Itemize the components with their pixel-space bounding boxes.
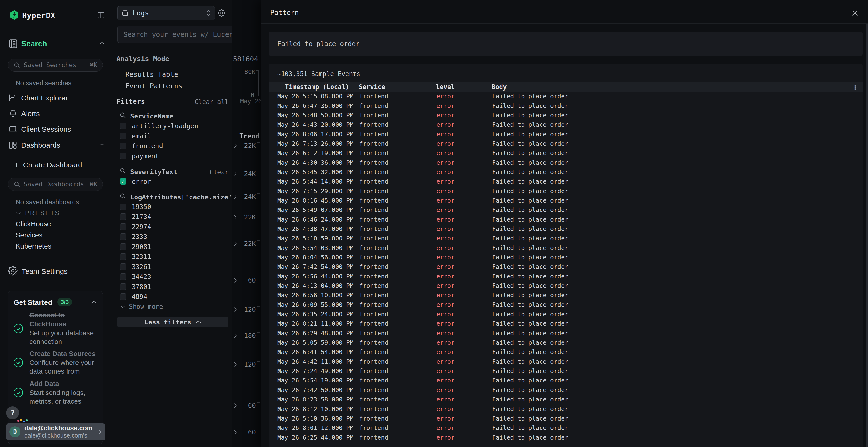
pattern-trend-row[interactable]: 120 [232, 360, 261, 369]
source-select[interactable]: Logs [117, 6, 215, 20]
row-expand-chevron-icon[interactable] [269, 293, 277, 298]
event-row[interactable]: May 26 6:41:54.000 PMfrontenderrorFailed… [269, 347, 863, 357]
event-row[interactable]: May 26 6:47:36.000 PMfrontenderrorFailed… [269, 101, 863, 110]
event-row[interactable]: May 26 5:44:14.000 PMfrontenderrorFailed… [269, 177, 863, 186]
chevron-right-icon[interactable] [234, 277, 237, 283]
sidebar-item-team-settings[interactable]: Team Settings [22, 267, 67, 276]
row-expand-chevron-icon[interactable] [269, 416, 277, 421]
filter-value-service[interactable]: frontend [120, 142, 163, 150]
sidebar-preset-kubernetes[interactable]: Kubernetes [16, 242, 51, 250]
row-expand-chevron-icon[interactable] [269, 207, 277, 213]
chevron-right-icon[interactable] [234, 362, 237, 367]
chevron-right-icon[interactable] [234, 429, 237, 435]
pattern-trend-row[interactable]: 60 [232, 402, 261, 410]
checkbox-unchecked[interactable] [120, 233, 126, 240]
get-started-item[interactable]: Create Data SourcesConfigure where your … [13, 349, 97, 376]
filter-value-cache[interactable]: 21734 [120, 213, 151, 221]
row-expand-chevron-icon[interactable] [269, 236, 277, 241]
row-expand-chevron-icon[interactable] [269, 378, 277, 383]
row-expand-chevron-icon[interactable] [269, 245, 277, 250]
get-started-item[interactable]: Add DataStart sending logs, metrics, or … [13, 380, 97, 406]
event-row[interactable]: May 26 5:10:36.000 PMfrontenderrorFailed… [269, 414, 863, 423]
row-expand-chevron-icon[interactable] [269, 312, 277, 317]
row-expand-chevron-icon[interactable] [269, 302, 277, 307]
row-expand-chevron-icon[interactable] [269, 198, 277, 203]
pattern-trend-row[interactable]: 24K [232, 193, 261, 201]
col-level[interactable]: level [436, 83, 455, 91]
checkbox-unchecked[interactable] [120, 123, 126, 129]
row-expand-chevron-icon[interactable] [269, 321, 277, 326]
chevron-up-icon[interactable] [91, 300, 97, 304]
filter-group-cache-size[interactable]: LogAttributes['cache.size'] [130, 194, 236, 201]
event-row[interactable]: May 26 8:06:17.000 PMfrontenderrorFailed… [269, 129, 863, 139]
col-service[interactable]: Service [359, 83, 385, 91]
event-row[interactable]: May 26 6:29:48.000 PMfrontenderrorFailed… [269, 329, 863, 338]
checkbox-unchecked[interactable] [120, 204, 126, 210]
sidebar-item-search[interactable]: Search [21, 39, 47, 48]
event-row[interactable]: May 26 4:43:20.000 PMfrontenderrorFailed… [269, 120, 863, 129]
event-row[interactable]: May 26 5:54:03.000 PMfrontenderrorFailed… [269, 243, 863, 253]
close-icon[interactable] [850, 9, 860, 18]
event-row[interactable]: May 26 8:21:11.000 PMfrontenderrorFailed… [269, 319, 863, 328]
less-filters-button[interactable]: Less filters [117, 317, 228, 327]
checkbox-unchecked[interactable] [120, 264, 126, 270]
filter-value-cache[interactable]: 4894 [120, 293, 147, 301]
row-expand-chevron-icon[interactable] [269, 274, 277, 279]
checkbox-unchecked[interactable] [120, 213, 126, 220]
table-options-icon[interactable]: ⋮ [852, 83, 858, 91]
row-expand-chevron-icon[interactable] [269, 179, 277, 184]
sidebar-item-alerts[interactable]: Alerts [21, 110, 40, 118]
event-row[interactable]: May 26 6:09:55.000 PMfrontenderrorFailed… [269, 300, 863, 309]
filter-value-service[interactable]: artillery-loadgen [120, 122, 198, 130]
event-row[interactable]: May 26 5:56:44.000 PMfrontenderrorFailed… [269, 272, 863, 281]
event-row[interactable]: May 26 7:24:49.000 PMfrontenderrorFailed… [269, 366, 863, 376]
checkbox-unchecked[interactable] [120, 224, 126, 230]
checkbox-unchecked[interactable] [120, 283, 126, 290]
presets-toggle[interactable]: PRESETS [16, 209, 60, 216]
filter-value-cache[interactable]: 34423 [120, 273, 151, 281]
chevron-right-icon[interactable] [234, 214, 237, 220]
filter-value-service[interactable]: payment [120, 152, 159, 160]
pattern-trend-row[interactable]: 120 [232, 306, 261, 314]
filter-value-cache[interactable]: 33261 [120, 263, 151, 271]
checkbox-unchecked[interactable] [120, 143, 126, 149]
event-row[interactable]: May 26 6:12:19.000 PMfrontenderrorFailed… [269, 148, 863, 158]
saved-searches-input[interactable]: Saved Searches ⌘K [8, 59, 103, 72]
event-row[interactable]: May 26 5:49:07.000 PMfrontenderrorFailed… [269, 205, 863, 215]
mode-results-table[interactable]: Results Table [125, 71, 178, 78]
event-row[interactable]: May 26 5:45:32.000 PMfrontenderrorFailed… [269, 167, 863, 177]
row-expand-chevron-icon[interactable] [269, 103, 277, 108]
row-expand-chevron-icon[interactable] [269, 406, 277, 412]
row-expand-chevron-icon[interactable] [269, 349, 277, 355]
create-dashboard-button[interactable]: +Create Dashboard [14, 161, 82, 169]
event-row[interactable]: May 26 4:13:04.000 PMfrontenderrorFailed… [269, 281, 863, 290]
event-row[interactable]: May 26 4:42:11.000 PMfrontenderrorFailed… [269, 357, 863, 366]
pattern-trend-row[interactable]: 60 [232, 428, 261, 437]
row-expand-chevron-icon[interactable] [269, 112, 277, 118]
chevron-up-icon[interactable] [99, 143, 105, 146]
severity-clear-button[interactable]: Clear [210, 169, 228, 176]
sidebar-item-chart-explorer[interactable]: Chart Explorer [21, 94, 68, 102]
row-expand-chevron-icon[interactable] [269, 331, 277, 336]
pattern-trend-row[interactable]: 24K [232, 170, 261, 178]
row-expand-chevron-icon[interactable] [269, 369, 277, 374]
event-row[interactable]: May 26 5:10:59.000 PMfrontenderrorFailed… [269, 234, 863, 243]
filter-value-cache[interactable]: 2333 [120, 233, 147, 241]
event-row[interactable]: May 26 6:56:10.000 PMfrontenderrorFailed… [269, 290, 863, 300]
event-row[interactable]: May 26 8:12:10.000 PMfrontenderrorFailed… [269, 404, 863, 414]
event-row[interactable]: May 26 7:15:29.000 PMfrontenderrorFailed… [269, 186, 863, 196]
row-expand-chevron-icon[interactable] [269, 94, 277, 99]
get-started-item[interactable]: Connect to ClickHouseSet up your databas… [13, 311, 97, 346]
filter-value-cache[interactable]: 22974 [120, 222, 151, 231]
row-expand-chevron-icon[interactable] [269, 188, 277, 194]
row-expand-chevron-icon[interactable] [269, 150, 277, 156]
show-more-button[interactable]: Show more [120, 303, 163, 310]
row-expand-chevron-icon[interactable] [269, 122, 277, 128]
event-row[interactable]: May 26 5:48:50.000 PMfrontenderrorFailed… [269, 110, 863, 120]
pattern-trend-row[interactable]: 60 [232, 276, 261, 285]
filter-value-service[interactable]: email [120, 132, 151, 140]
filter-value-severity[interactable]: ✓error [120, 177, 151, 185]
row-expand-chevron-icon[interactable] [269, 397, 277, 402]
chevron-right-icon[interactable] [234, 307, 237, 312]
pattern-trend-row[interactable]: 22K [232, 240, 261, 248]
